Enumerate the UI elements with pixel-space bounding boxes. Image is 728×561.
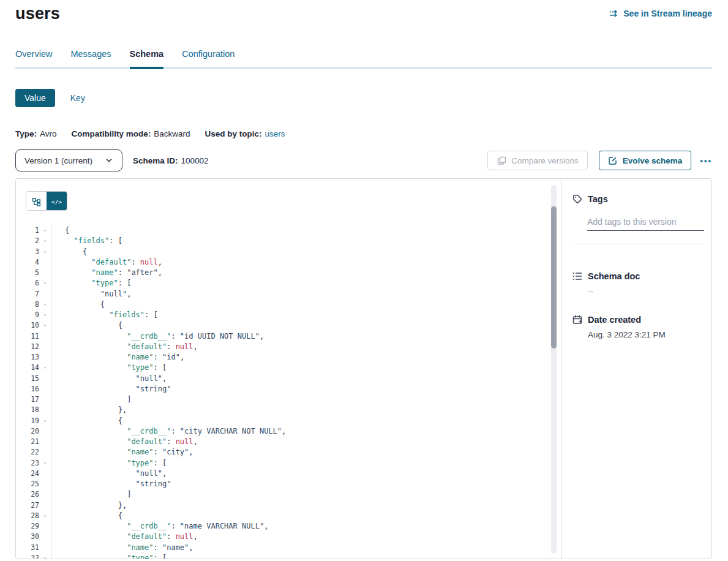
line-number: 22 <box>16 447 39 457</box>
code-lines: 1▾{2▾ "fields": [3▾ {4 "default": null,5… <box>16 225 546 559</box>
line-number: 3 <box>16 247 39 257</box>
compare-versions-icon <box>497 156 506 165</box>
stream-lineage-link[interactable]: See in Stream lineage <box>609 9 712 18</box>
line-number: 32 <box>16 553 39 559</box>
code-view-button[interactable]: </> <box>47 192 67 211</box>
value-toggle-button[interactable]: Value <box>15 89 55 107</box>
fold-toggle-icon[interactable]: ▾ <box>39 511 51 521</box>
code-line-text: "type": [ <box>51 553 167 559</box>
schema-meta-row: Type: Avro Compatibility mode: Backward … <box>15 129 712 139</box>
line-number: 2 <box>16 236 39 246</box>
code-line-text: { <box>51 247 87 257</box>
code-line-text: "__crdb__": "name VARCHAR NULL", <box>51 521 268 532</box>
view-mode-toggle: </> <box>26 191 67 211</box>
line-number: 12 <box>16 342 39 352</box>
version-select[interactable]: Version 1 (current) <box>15 149 122 171</box>
code-line-text: "fields": [ <box>51 236 122 246</box>
compatibility-label: Compatibility mode: <box>72 129 151 138</box>
stream-lineage-icon <box>609 9 619 18</box>
code-line: 16 "string" <box>16 384 546 394</box>
fold-toggle-icon[interactable]: ▾ <box>39 299 51 310</box>
code-line: 18 }, <box>16 405 546 415</box>
code-line-text: "default": null, <box>51 342 198 352</box>
tab-configuration[interactable]: Configuration <box>182 49 235 69</box>
code-scrollbar-thumb[interactable] <box>551 206 557 348</box>
code-line: 3▾ { <box>16 247 546 257</box>
tab-overview[interactable]: Overview <box>15 49 52 69</box>
code-line-text: { <box>51 416 122 426</box>
fold-gutter <box>39 342 51 352</box>
code-line-text: "default": null, <box>51 532 198 542</box>
line-number: 30 <box>16 532 39 542</box>
line-number: 5 <box>16 268 39 278</box>
code-line: 10▾ { <box>16 320 546 331</box>
schema-id: Schema ID: 100002 <box>133 156 209 165</box>
code-line: 25 "string" <box>16 479 546 489</box>
code-line-text: { <box>51 320 122 331</box>
fold-toggle-icon[interactable]: ▾ <box>39 416 51 426</box>
fold-gutter <box>39 394 51 405</box>
line-number: 24 <box>16 469 39 479</box>
tab-bar: Overview Messages Schema Configuration <box>15 49 712 69</box>
tree-view-icon <box>32 197 42 206</box>
fold-gutter <box>39 489 51 500</box>
fold-toggle-icon[interactable]: ▾ <box>39 247 51 257</box>
code-line: 4 "default": null, <box>16 257 546 268</box>
calendar-plus-icon <box>572 315 582 325</box>
tab-schema[interactable]: Schema <box>130 49 164 69</box>
used-by-topic-label: Used by topic: <box>205 129 262 138</box>
compare-versions-button[interactable]: Compare versions <box>487 151 588 170</box>
fold-toggle-icon[interactable]: ▾ <box>39 278 51 288</box>
tab-messages[interactable]: Messages <box>70 49 111 69</box>
code-line: 2▾ "fields": [ <box>16 236 546 246</box>
line-number: 17 <box>16 394 39 405</box>
topic-link[interactable]: users <box>265 129 285 138</box>
code-line-text: ] <box>51 394 131 405</box>
code-line: 5 "name": "after", <box>16 268 546 278</box>
code-line-text: "string" <box>51 384 171 394</box>
line-number: 15 <box>16 374 39 384</box>
fold-gutter <box>39 521 51 532</box>
line-number: 18 <box>16 405 39 415</box>
fold-toggle-icon[interactable]: ▾ <box>39 458 51 469</box>
more-actions-button[interactable]: ••• <box>700 156 712 165</box>
fold-gutter <box>39 289 51 299</box>
code-editor[interactable]: 1▾{2▾ "fields": [3▾ {4 "default": null,5… <box>16 225 546 559</box>
fold-toggle-icon[interactable]: ▾ <box>39 225 51 236</box>
tags-input[interactable] <box>587 216 704 231</box>
code-line: 13 "name": "id", <box>16 352 546 363</box>
line-number: 4 <box>16 257 39 268</box>
code-line: 7 "null", <box>16 289 546 299</box>
type-value: Avro <box>40 129 57 138</box>
fold-gutter <box>39 352 51 363</box>
fold-toggle-icon[interactable]: ▾ <box>39 236 51 246</box>
code-line: 14▾ "type": [ <box>16 363 546 373</box>
schema-panel: </> 1▾{2▾ "fields": [3▾ {4 "default": nu… <box>15 178 712 559</box>
fold-toggle-icon[interactable]: ▾ <box>39 363 51 373</box>
code-line-text: ] <box>51 489 131 500</box>
fold-gutter <box>39 532 51 542</box>
code-line-text: "fields": [ <box>51 310 158 320</box>
fold-toggle-icon[interactable]: ▾ <box>39 320 51 331</box>
code-line-text: { <box>51 511 122 521</box>
fold-toggle-icon[interactable]: ▾ <box>39 553 51 559</box>
code-line: 22 "name": "city", <box>16 447 546 457</box>
tags-heading: Tags <box>588 194 608 204</box>
fold-toggle-icon[interactable]: ▾ <box>39 310 51 320</box>
evolve-schema-button[interactable]: Evolve schema <box>599 151 692 170</box>
code-line: 32▾ "type": [ <box>16 553 546 559</box>
tree-view-button[interactable] <box>26 192 47 211</box>
version-select-value: Version 1 (current) <box>24 156 92 165</box>
line-number: 1 <box>16 225 39 236</box>
schema-id-label: Schema ID: <box>133 156 178 165</box>
code-line: 12 "default": null, <box>16 342 546 352</box>
code-line-text: "__crdb__": "id UUID NOT NULL", <box>51 331 264 342</box>
code-line: 19▾ { <box>16 416 546 426</box>
code-scrollbar[interactable] <box>551 185 557 554</box>
code-line-text: { <box>51 299 105 310</box>
page-header: users See in Stream lineage <box>15 0 712 21</box>
key-toggle-button[interactable]: Key <box>70 93 85 103</box>
fold-gutter <box>39 543 51 553</box>
chevron-down-icon <box>104 156 114 165</box>
evolve-schema-icon <box>608 156 618 165</box>
